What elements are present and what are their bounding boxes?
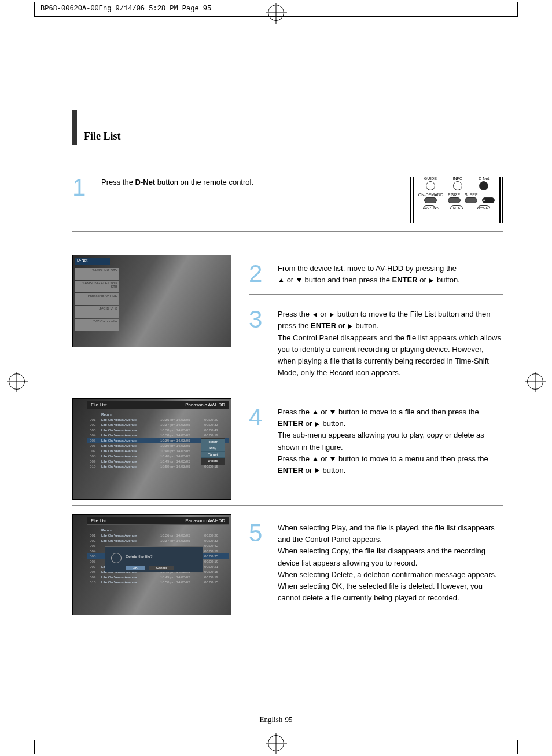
crop-header: BP68-00620A-00Eng 9/14/06 5:28 PM Page 9…	[41, 5, 211, 13]
steps-2-3-block: D-Net SAMSUNG DTV SAMSUNG ELE Cable STB …	[72, 255, 503, 392]
cancel-button[interactable]: Cancel	[149, 566, 174, 570]
down-arrow-icon	[330, 410, 335, 414]
remote-guide-button: GUIDE	[424, 177, 437, 190]
device-list: SAMSUNG DTV SAMSUNG ELE Cable STB Panaso…	[75, 268, 119, 332]
step-number: 3	[249, 309, 266, 331]
step-5: 5 When selecting Play, and the file is p…	[249, 514, 503, 612]
section-title: File List	[84, 130, 121, 142]
registration-mark-right	[527, 373, 543, 390]
step-number: 5	[249, 522, 266, 544]
step-text: Press the or button to move to a file an…	[278, 406, 503, 476]
down-arrow-icon	[330, 457, 335, 461]
step-2: 2 From the device list, move to AV-HDD b…	[249, 255, 503, 295]
up-arrow-icon	[313, 457, 318, 461]
step-text: From the device list, move to AV-HDD by …	[278, 263, 503, 286]
step-4: 4 Press the or button to move to a file …	[249, 398, 503, 485]
screenshot-file-list-submenu: File ListPanasonic AV-HDD Return 001Life…	[72, 398, 231, 500]
up-arrow-icon	[279, 278, 284, 282]
step-1: 1 Press the D-Net button on the remote c…	[72, 168, 503, 232]
step-number: 2	[249, 263, 266, 285]
page-content: File List 1 Press the D-Net button on th…	[35, 17, 517, 739]
step-number: 4	[249, 406, 266, 428]
screenshot-delete-confirm: File ListPanasonic AV-HDD Return 001Life…	[72, 514, 231, 615]
right-arrow-icon	[315, 468, 319, 473]
down-arrow-icon	[297, 278, 301, 282]
right-arrow-icon	[429, 278, 433, 283]
remote-info-button: INFO	[453, 177, 463, 190]
step-text: When selecting Play, and the file is pla…	[278, 522, 503, 604]
step-number: 1	[72, 177, 90, 199]
up-arrow-icon	[313, 410, 318, 414]
remote-psize-button: P.SIZE	[448, 193, 461, 203]
step-text: Press the or button to move to the File …	[278, 309, 503, 379]
file-submenu: Return Play Target Delete	[201, 438, 225, 465]
remote-page-button: ∧	[482, 193, 495, 203]
step-5-block: File ListPanasonic AV-HDD Return 001Life…	[72, 505, 503, 618]
remote-caption-button: CAPTION	[423, 204, 436, 209]
remote-sleep-button: SLEEP	[465, 193, 478, 203]
info-icon	[111, 553, 122, 563]
page-footer: English-95	[0, 715, 552, 724]
delete-confirm-dialog: Delete the file? OK Cancel	[105, 546, 203, 572]
screenshot-device-list: D-Net SAMSUNG DTV SAMSUNG ELE Cable STB …	[72, 255, 231, 347]
remote-mts-button: MTS	[450, 204, 463, 209]
left-arrow-icon	[313, 313, 317, 317]
step-text: Press the D-Net button on the remote con…	[101, 177, 399, 188]
right-arrow-icon	[330, 313, 334, 317]
remote-page-label: PAGE	[477, 204, 490, 209]
remote-ondemand-button: ON-DEMAND	[418, 193, 443, 203]
remote-dnet-button: D-Net	[479, 177, 489, 190]
step-4-block: File ListPanasonic AV-HDD Return 001Life…	[72, 398, 503, 500]
step-3: 3 Press the or button to move to the Fil…	[249, 300, 503, 387]
remote-control-diagram: GUIDE INFO D-Net ON-DEMAND P.SIZE SLEEP …	[410, 177, 503, 223]
section-header: File List	[72, 110, 503, 145]
right-arrow-icon	[348, 324, 352, 329]
registration-mark-left	[9, 373, 25, 390]
right-arrow-icon	[315, 422, 319, 427]
ok-button[interactable]: OK	[126, 566, 145, 570]
